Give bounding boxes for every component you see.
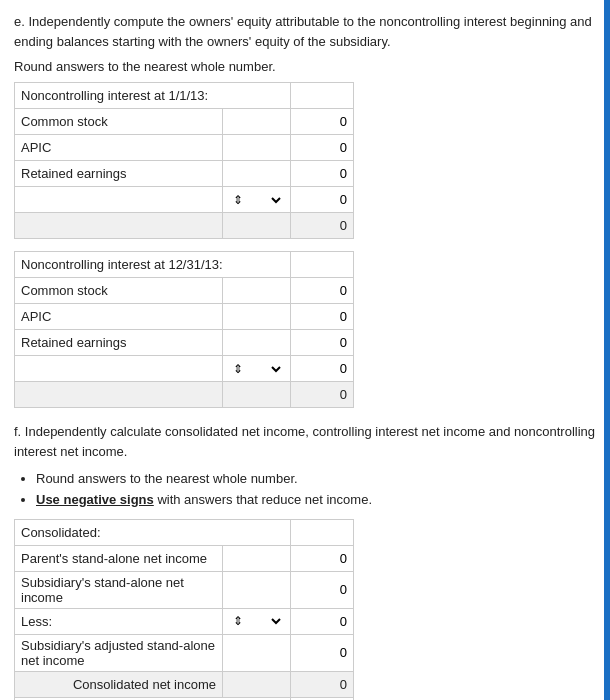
select-input-2[interactable]	[291, 356, 354, 382]
noncontrolling-interest-begin-table: Noncontrolling interest at 1/1/13: Commo…	[14, 82, 354, 239]
retained-earnings-label-1: Retained earnings	[15, 161, 223, 187]
sub-adjusted-spacer-c	[223, 634, 291, 671]
common-stock-spacer-2	[223, 278, 291, 304]
select-input-1[interactable]	[291, 187, 354, 213]
dropdown-select-2[interactable]: ⇕	[229, 361, 284, 377]
table-row: Subsidiary's stand-alone net income	[15, 571, 354, 608]
section-f-table: Consolidated: Parent's stand-alone net i…	[14, 519, 354, 700]
parent-standalone-spacer-c	[223, 545, 291, 571]
table-row: Consolidated net income 0	[15, 671, 354, 697]
bullet-list: Round answers to the nearest whole numbe…	[14, 469, 596, 511]
table-row: Parent's stand-alone net income	[15, 545, 354, 571]
bullet-2-underline: Use negative signs	[36, 492, 154, 507]
apic-spacer-1	[223, 135, 291, 161]
noncontrolling-interest-end-table: Noncontrolling interest at 12/31/13: Com…	[14, 251, 354, 408]
select-row-label-1	[15, 187, 223, 213]
total-label-1	[15, 213, 223, 239]
common-stock-input-1[interactable]	[291, 109, 354, 135]
retained-earnings-label-2: Retained earnings	[15, 330, 223, 356]
parent-standalone-input-c[interactable]	[291, 545, 354, 571]
round-note-e: Round answers to the nearest whole numbe…	[14, 59, 596, 74]
intro-text: e. Independently compute the owners' equ…	[14, 12, 596, 51]
common-stock-label-2: Common stock	[15, 278, 223, 304]
consolidated-ni-label: Consolidated net income	[15, 671, 223, 697]
table-row: ⇕	[15, 356, 354, 382]
less-label-c: Less:	[15, 608, 223, 634]
table2-header: Noncontrolling interest at 12/31/13:	[15, 252, 291, 278]
select-row-label-2	[15, 356, 223, 382]
common-stock-input-2[interactable]	[291, 278, 354, 304]
apic-input-2[interactable]	[291, 304, 354, 330]
retained-earnings-input-2[interactable]	[291, 330, 354, 356]
table-row: APIC	[15, 135, 354, 161]
retained-earnings-spacer-2	[223, 330, 291, 356]
table-row: Common stock	[15, 278, 354, 304]
total-spacer-1	[223, 213, 291, 239]
table-row: Subsidiary's adjusted stand-alone net in…	[15, 634, 354, 671]
total-label-2	[15, 382, 223, 408]
select-cell-2[interactable]: ⇕	[223, 356, 291, 382]
dropdown-select-1[interactable]: ⇕	[229, 192, 284, 208]
apic-label-1: APIC	[15, 135, 223, 161]
apic-label-2: APIC	[15, 304, 223, 330]
consolidated-header-spacer	[291, 519, 354, 545]
less-dropdown-c[interactable]: ⇕	[229, 613, 284, 629]
retained-earnings-spacer-1	[223, 161, 291, 187]
less-select-c[interactable]: ⇕	[223, 608, 291, 634]
table-row: Retained earnings	[15, 330, 354, 356]
subsidiary-standalone-label-c: Subsidiary's stand-alone net income	[15, 571, 223, 608]
retained-earnings-input-1[interactable]	[291, 161, 354, 187]
select-cell-1[interactable]: ⇕	[223, 187, 291, 213]
table1-header: Noncontrolling interest at 1/1/13:	[15, 83, 291, 109]
table-row: 0	[15, 382, 354, 408]
table-row: APIC	[15, 304, 354, 330]
sub-adjusted-input-c[interactable]	[291, 634, 354, 671]
apic-spacer-2	[223, 304, 291, 330]
table-row: 0	[15, 213, 354, 239]
bullet-1: Round answers to the nearest whole numbe…	[36, 469, 596, 490]
table1-header-spacer	[291, 83, 354, 109]
section-f-text: f. Independently calculate consolidated …	[14, 422, 596, 461]
table-row: Retained earnings	[15, 161, 354, 187]
total-value-2: 0	[291, 382, 354, 408]
apic-input-1[interactable]	[291, 135, 354, 161]
table-row: Consolidated:	[15, 519, 354, 545]
bullet-2: Use negative signs with answers that red…	[36, 490, 596, 511]
table-row: ⇕	[15, 187, 354, 213]
subsidiary-standalone-input-c[interactable]	[291, 571, 354, 608]
consolidated-header: Consolidated:	[15, 519, 291, 545]
scroll-bar[interactable]	[604, 0, 610, 700]
sub-adjusted-label-c: Subsidiary's adjusted stand-alone net in…	[15, 634, 223, 671]
consolidated-ni-spacer	[223, 671, 291, 697]
common-stock-spacer-1	[223, 109, 291, 135]
subsidiary-standalone-spacer-c	[223, 571, 291, 608]
total-value-1: 0	[291, 213, 354, 239]
less-input-c[interactable]	[291, 608, 354, 634]
common-stock-label-1: Common stock	[15, 109, 223, 135]
table-row: Common stock	[15, 109, 354, 135]
total-spacer-2	[223, 382, 291, 408]
table2-header-spacer	[291, 252, 354, 278]
table-row: Less: ⇕	[15, 608, 354, 634]
consolidated-ni-value: 0	[291, 671, 354, 697]
parent-standalone-label-c: Parent's stand-alone net income	[15, 545, 223, 571]
